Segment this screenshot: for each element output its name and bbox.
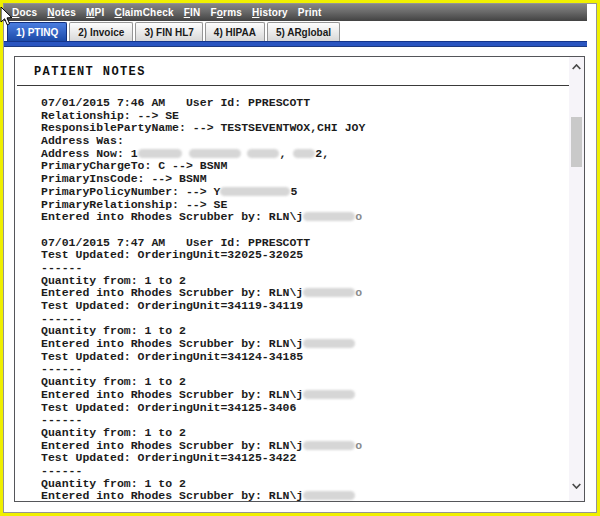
chevron-down-icon bbox=[572, 483, 581, 489]
redacted-text bbox=[303, 212, 355, 221]
note-line: Test Updated: OrderingUnit=34119-34119 bbox=[41, 300, 584, 313]
menu-item-mpi[interactable]: MPI bbox=[81, 4, 109, 21]
note-line: Entered into Rhodes Scrubber by: RLN\jo bbox=[41, 211, 584, 224]
note-line: Entered into Rhodes Scrubber by: RLN\j bbox=[41, 338, 584, 351]
menu-item-history[interactable]: History bbox=[247, 4, 293, 21]
tab-bar: 1) PTINQ2) Invoice3) FIN HL74) HIPAA5) A… bbox=[4, 21, 596, 41]
menu-item-notes[interactable]: Notes bbox=[42, 4, 81, 21]
note-line bbox=[41, 224, 584, 237]
note-line: Address Was: bbox=[41, 135, 584, 148]
note-line: Test Updated: OrderingUnit=34125-3406 bbox=[41, 402, 584, 415]
note-line: ------ bbox=[41, 262, 584, 275]
redacted-text bbox=[303, 441, 355, 450]
note-line: Entered into Rhodes Scrubber by: RLN\j bbox=[41, 389, 584, 402]
menu-item-forms[interactable]: Forms bbox=[205, 4, 247, 21]
note-line: PrimaryPolicyNumber: --> Y5 bbox=[41, 186, 584, 199]
note-line: ------ bbox=[41, 465, 584, 478]
tab-invoice[interactable]: 2) Invoice bbox=[69, 22, 133, 41]
note-line: Test Updated: OrderingUnit=34124-34185 bbox=[41, 351, 584, 364]
menu-item-fin[interactable]: FIN bbox=[179, 4, 206, 21]
note-line: Test Updated: OrderingUnit=34125-3422 bbox=[41, 452, 584, 465]
menu-item-print[interactable]: Print bbox=[293, 4, 327, 21]
scroll-down-button[interactable] bbox=[569, 479, 584, 493]
redacted-text bbox=[303, 339, 355, 348]
redacted-text bbox=[303, 491, 355, 500]
note-line: 07/01/2015 7:46 AM User Id: PPRESCOTT bbox=[41, 97, 584, 110]
redacted-text bbox=[303, 288, 355, 297]
chevron-up-icon bbox=[572, 64, 581, 70]
content-area: PATIENT NOTES 07/01/2015 7:46 AM User Id… bbox=[5, 48, 595, 511]
note-line: Test Updated: OrderingUnit=32025-32025 bbox=[41, 249, 584, 262]
redacted-text bbox=[293, 149, 315, 158]
partially-redacted-char: o bbox=[355, 439, 362, 452]
redacted-text bbox=[247, 149, 279, 158]
redacted-text bbox=[303, 390, 355, 399]
note-line: PrimaryInsCode: --> BSNM bbox=[41, 173, 584, 186]
partially-redacted-char: o bbox=[355, 210, 362, 223]
scroll-up-button[interactable] bbox=[569, 60, 584, 74]
redacted-text bbox=[138, 149, 182, 158]
panel-title: PATIENT NOTES bbox=[15, 57, 584, 85]
app-window: DocsNotesMPIClaimCheckFINFormsHistoryPri… bbox=[3, 3, 597, 513]
menu-item-claimcheck[interactable]: ClaimCheck bbox=[109, 4, 178, 21]
active-tab-accent-bar bbox=[4, 41, 587, 47]
redacted-text bbox=[189, 149, 241, 158]
partially-redacted-char: o bbox=[355, 286, 362, 299]
vertical-scrollbar[interactable] bbox=[569, 57, 584, 501]
tab-arglobal[interactable]: 5) ARglobal bbox=[267, 22, 340, 41]
note-line: ------ bbox=[41, 414, 584, 427]
note-line: Quantity from: 1 to 2 bbox=[41, 376, 584, 389]
menu-bar: DocsNotesMPIClaimCheckFINFormsHistoryPri… bbox=[4, 4, 587, 21]
scrollbar-thumb[interactable] bbox=[571, 117, 582, 167]
patient-notes-panel: PATIENT NOTES 07/01/2015 7:46 AM User Id… bbox=[14, 56, 585, 502]
redacted-text bbox=[220, 187, 290, 196]
screenshot-highlight-frame: DocsNotesMPIClaimCheckFINFormsHistoryPri… bbox=[0, 0, 600, 516]
notes-text: 07/01/2015 7:46 AM User Id: PPRESCOTTRel… bbox=[15, 86, 584, 502]
tab-fin-hl7[interactable]: 3) FIN HL7 bbox=[135, 22, 202, 41]
note-line: Quantity from: 1 to 2 bbox=[41, 427, 584, 440]
mouse-cursor-icon bbox=[0, 6, 14, 27]
tab-hipaa[interactable]: 4) HIPAA bbox=[205, 22, 265, 41]
tab-ptinq[interactable]: 1) PTINQ bbox=[7, 22, 67, 41]
note-line: Entered into Rhodes Scrubber by: RLN\j bbox=[41, 490, 584, 502]
